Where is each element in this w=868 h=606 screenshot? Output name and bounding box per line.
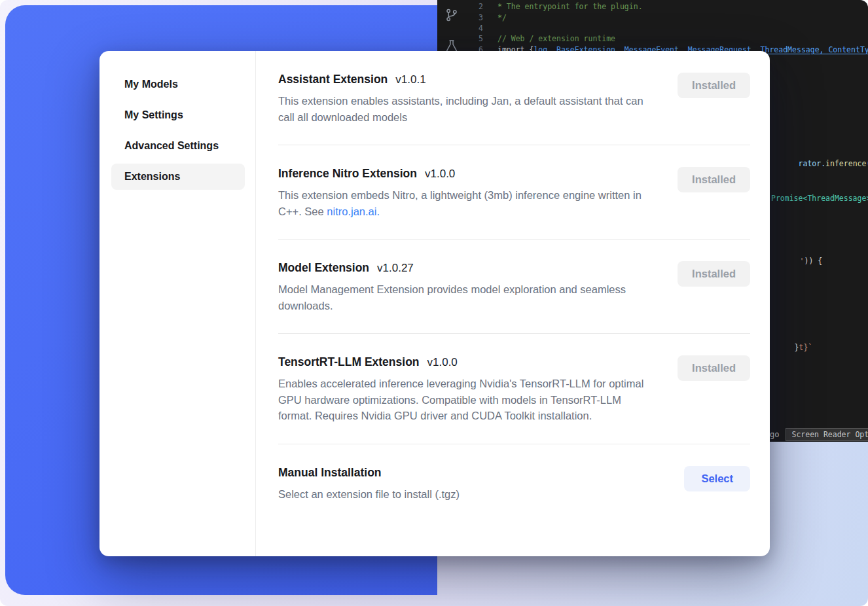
extension-title: Assistant Extension v1.0.1 [278, 73, 678, 86]
sidebar-item-extensions[interactable]: Extensions [111, 164, 245, 190]
installed-button[interactable]: Installed [678, 167, 750, 192]
manual-installation-title: Manual Installation [278, 466, 382, 480]
line-number: 5 [437, 34, 483, 43]
extension-info: Manual Installation Select an extension … [278, 466, 684, 503]
code-token: )) { [804, 257, 822, 266]
code-comment-text: * The entrypoint for the plugin. [497, 2, 643, 11]
line-number: 3 [437, 13, 483, 22]
screen-reader-optimized-status[interactable]: Screen Reader Optimized [786, 428, 868, 441]
extension-description: This extension embeds Nitro, a lightweig… [278, 187, 655, 219]
status-bar-text: go [770, 430, 779, 439]
code-lines: 2 * The entrypoint for the plugin. 3 */ … [437, 1, 868, 55]
settings-modal: My Models My Settings Advanced Settings … [99, 51, 770, 556]
sidebar-item-my-settings[interactable]: My Settings [111, 102, 245, 128]
extension-title: Model Extension v1.0.27 [278, 261, 678, 275]
select-file-button[interactable]: Select [684, 466, 750, 491]
extension-title: TensortRT-LLM Extension v1.0.0 [278, 355, 678, 369]
extension-version: v1.0.0 [425, 168, 455, 181]
nitro-jan-ai-link[interactable]: nitro.jan.ai. [327, 205, 380, 217]
code-line: 2 * The entrypoint for the plugin. [437, 1, 868, 12]
extension-title: Manual Installation [278, 466, 684, 480]
extension-description: This extension enables assistants, inclu… [278, 93, 655, 125]
manual-installation-description: Select an extension file to install (.tg… [278, 486, 655, 503]
extension-name: TensortRT-LLM Extension [278, 355, 420, 369]
installed-button[interactable]: Installed [678, 355, 750, 381]
code-fragment-template: }t}` [767, 334, 812, 361]
description-text: This extension enables assistants, inclu… [278, 95, 643, 123]
sidebar-item-advanced-settings[interactable]: Advanced Settings [111, 133, 245, 159]
description-text: Select an extension file to install (.tg… [278, 488, 460, 500]
extension-version: v1.0.1 [395, 73, 425, 86]
extension-info: Inference Nitro Extension v1.0.0 This ex… [278, 167, 678, 219]
code-line: 4 [437, 23, 868, 33]
extension-info: Assistant Extension v1.0.1 This extensio… [278, 73, 678, 125]
line-number: 2 [437, 2, 483, 11]
extension-version: v1.0.27 [377, 262, 414, 275]
extension-name: Inference Nitro Extension [278, 167, 417, 181]
description-text: Enables accelerated inference leveraging… [278, 378, 643, 421]
installed-button[interactable]: Installed [678, 73, 750, 98]
sidebar-item-my-models[interactable]: My Models [111, 71, 245, 98]
extension-row-tensorrt-llm: TensortRT-LLM Extension v1.0.0 Enables a… [278, 334, 750, 444]
extension-row-inference-nitro: Inference Nitro Extension v1.0.0 This ex… [278, 145, 750, 240]
code-token: t}` [799, 343, 812, 352]
description-text: Model Management Extension provides mode… [278, 283, 626, 312]
code-token: inference [825, 159, 866, 168]
code-comment-text: */ [497, 13, 507, 22]
screenshot-canvas: 2 * The entrypoint for the plugin. 3 */ … [0, 0, 868, 606]
code-fragment-inference: rator.inference(data)); [771, 150, 868, 177]
extensions-panel: Assistant Extension v1.0.1 This extensio… [256, 51, 770, 556]
extension-description: Enables accelerated inference leveraging… [278, 376, 655, 424]
code-line: 3 */ [437, 12, 868, 22]
code-fragment-promise: Promise<ThreadMessage> [771, 194, 868, 203]
code-fragment-brace: ')) { [772, 247, 822, 275]
extension-name: Model Extension [278, 261, 369, 275]
code-token: rator. [799, 159, 826, 168]
extension-version: v1.0.0 [427, 356, 458, 369]
settings-sidebar: My Models My Settings Advanced Settings … [99, 51, 256, 556]
extension-info: TensortRT-LLM Extension v1.0.0 Enables a… [278, 355, 678, 424]
installed-button[interactable]: Installed [678, 261, 750, 287]
extension-name: Assistant Extension [278, 73, 388, 86]
extension-description: Model Management Extension provides mode… [278, 281, 655, 313]
extension-title: Inference Nitro Extension v1.0.0 [278, 167, 678, 181]
manual-installation-row: Manual Installation Select an extension … [278, 444, 750, 522]
line-number: 4 [437, 24, 483, 33]
code-line: 5 // Web / extension runtime [437, 33, 868, 44]
extension-info: Model Extension v1.0.27 Model Management… [278, 261, 678, 313]
code-comment-text: // Web / extension runtime [497, 34, 615, 43]
extension-row-model: Model Extension v1.0.27 Model Management… [278, 240, 750, 334]
extension-row-assistant: Assistant Extension v1.0.1 This extensio… [278, 51, 750, 145]
